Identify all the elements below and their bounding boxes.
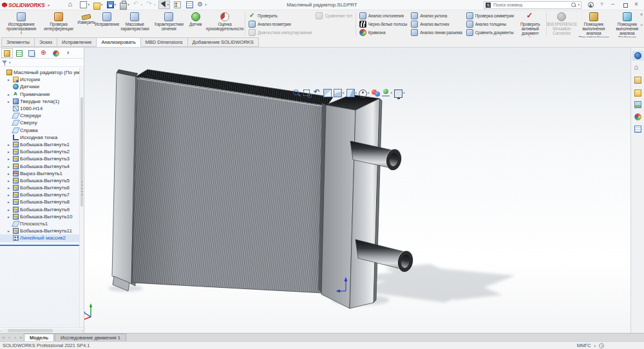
feature-tree-item[interactable]: ▸ Плоскость1 xyxy=(0,220,84,227)
ribbon-small-button[interactable]: Анализ геометрии xyxy=(249,20,312,28)
home-panel-button[interactable] xyxy=(632,63,643,73)
ribbon-small-button[interactable]: Анализ линии разъема xyxy=(411,28,462,37)
feature-tree-item[interactable]: ▸ Твердые тела(1) xyxy=(0,98,84,105)
expand-arrow-icon[interactable]: ▸ xyxy=(8,156,12,161)
feature-tree-filter[interactable]: ▾ xyxy=(0,59,84,67)
feature-tree-item[interactable]: ▸ 1060-H14 xyxy=(0,105,84,112)
feature-tree-item[interactable]: ▸ Датчики xyxy=(0,83,84,90)
ribbon-button[interactable]: Массовые характеристики ▾ xyxy=(117,11,153,37)
new-document-button[interactable]: ▾ xyxy=(78,1,91,9)
expand-arrow-icon[interactable]: ▸ xyxy=(8,164,12,169)
scroll-right-arrow-icon[interactable]: › xyxy=(82,328,83,332)
command-tab[interactable]: Добавления SOLIDWORKS xyxy=(188,37,259,47)
ribbon-small-button[interactable]: Кривизна xyxy=(359,28,407,37)
units-caret-icon[interactable]: ▾ xyxy=(594,344,596,348)
ribbon-small-button[interactable]: Проверка симметрии xyxy=(466,12,514,20)
expand-arrow-icon[interactable]: ▸ xyxy=(8,185,12,190)
search-input[interactable] xyxy=(492,2,570,8)
tab-dimxpertmanager[interactable] xyxy=(38,48,50,58)
feature-tree-item[interactable]: ▸ Бобышка-Вытянуть10 xyxy=(0,213,84,220)
search-icon[interactable] xyxy=(571,3,576,8)
help-button[interactable] xyxy=(598,1,606,9)
ribbon-button[interactable]: Датчик ▾ xyxy=(185,11,206,37)
zoom-to-fit-button[interactable]: ▾ xyxy=(292,89,301,97)
appearances-button[interactable] xyxy=(632,112,643,122)
zoom-to-area-button[interactable]: ▾ xyxy=(303,89,311,97)
tab-displaymanager[interactable] xyxy=(50,48,62,58)
logo-expand-icon[interactable]: ▸ xyxy=(48,3,50,7)
tabs-scroll-right-button[interactable]: › xyxy=(12,335,18,340)
rollback-bar[interactable] xyxy=(0,245,84,246)
ribbon-small-button[interactable]: Черно-белые полосы xyxy=(359,20,407,28)
print-button[interactable]: ▾ xyxy=(118,1,131,9)
feature-tree-item[interactable]: ▸ Справа xyxy=(0,127,84,134)
ribbon-small-button[interactable]: Анализ отклонения xyxy=(359,12,407,20)
units-selector[interactable]: ММГС xyxy=(577,343,591,348)
3dexperience-panel-button[interactable] xyxy=(632,51,643,61)
command-tab[interactable]: Анализировать xyxy=(97,37,140,47)
radiator-model[interactable] xyxy=(112,70,415,308)
feature-tree-item[interactable]: ▸ Бобышка-Вытянуть7 xyxy=(0,191,84,198)
tab-overflow[interactable] xyxy=(62,48,74,58)
expand-arrow-icon[interactable]: ▸ xyxy=(8,200,12,204)
ribbon-small-button[interactable]: Анализ уклона xyxy=(411,12,462,20)
previous-view-button[interactable]: ▾ xyxy=(313,89,321,97)
ribbon-small-button[interactable]: Анализ толщины xyxy=(466,20,514,28)
ribbon-small-button[interactable]: Анализ выточек xyxy=(411,20,462,28)
tree-horizontal-scrollbar[interactable]: ‹ › xyxy=(0,327,84,333)
ribbon-button[interactable]: Проверка интерференции ▾ xyxy=(41,11,76,37)
view-settings-button[interactable]: ▾ xyxy=(394,89,405,98)
home-button[interactable]: ▾ xyxy=(67,1,77,9)
expand-arrow-icon[interactable]: ▸ xyxy=(8,207,12,212)
tabs-scroll-start-button[interactable]: « xyxy=(1,335,6,340)
edit-appearance-button[interactable]: ▾ xyxy=(372,89,380,97)
feature-tree-item[interactable]: ▸ Примечания xyxy=(0,91,84,98)
redo-button[interactable]: ▾ xyxy=(145,1,157,9)
tree-vertical-scrollbar[interactable] xyxy=(79,68,84,327)
ribbon-button[interactable]: Оценка производительности ▾ xyxy=(206,11,244,37)
undo-button[interactable]: ▾ xyxy=(132,1,144,9)
command-tab[interactable]: Эскиз xyxy=(35,37,57,47)
ribbon-small-button[interactable]: Диагностика импортирования xyxy=(249,28,312,37)
feature-tree-item[interactable]: ▸ Линейный массив2 xyxy=(0,234,84,241)
ribbon-button[interactable]: Помощник выполнения анализа SimulationXp… xyxy=(576,11,611,37)
view-orientation-button[interactable]: ▾ xyxy=(334,89,345,97)
feature-tree-item[interactable]: ▸ Бобышка-Вытянуть4 xyxy=(0,162,84,169)
design-library-button[interactable] xyxy=(632,75,643,85)
feature-tree-item[interactable]: ▸ Бобышка-Вытянуть11 xyxy=(0,227,84,234)
feature-tree-item[interactable]: ▸ Вырез-Вытянуть1 xyxy=(0,170,84,177)
graphics-area[interactable]: ▾ ▸ Масляный радиатор (По умолчани ▸ Ист… xyxy=(0,48,644,333)
expand-arrow-icon[interactable]: ▸ xyxy=(8,77,12,82)
feature-tree-item[interactable]: ▸ Масляный радиатор (По умолчани xyxy=(0,69,84,76)
search-options-caret-icon[interactable]: ▾ xyxy=(578,3,580,6)
tab-featuremanager[interactable] xyxy=(1,48,13,58)
feature-tree-item[interactable]: ▸ Бобышка-Вытянуть8 xyxy=(0,198,84,205)
feature-tree-item[interactable]: ▸ Бобышка-Вытянуть2 xyxy=(0,148,84,155)
feature-tree-item[interactable]: ▸ Бобышка-Вытянуть1 xyxy=(0,141,84,148)
account-button[interactable] xyxy=(587,1,594,9)
ribbon-small-button[interactable]: Проверить xyxy=(249,12,312,20)
ribbon-collapse-button[interactable]: ^ xyxy=(640,23,642,28)
maximize-button[interactable] xyxy=(621,1,629,9)
ribbon-button[interactable]: 3DEXPERIENCE Simulation Connector ▾ xyxy=(547,11,576,37)
tabs-scroll-left-button[interactable]: ‹ xyxy=(6,335,12,340)
ribbon-button[interactable]: Проверить активный документ ▾ xyxy=(516,11,545,37)
feature-tree-item[interactable]: ▸ Бобышка-Вытянуть5 xyxy=(0,177,84,184)
open-button[interactable]: ▾ xyxy=(92,1,104,9)
expand-arrow-icon[interactable]: ▸ xyxy=(8,99,12,104)
minimize-button[interactable] xyxy=(610,1,618,9)
scrollbar-track[interactable] xyxy=(3,329,81,332)
expand-arrow-icon[interactable]: ▸ xyxy=(8,214,12,219)
expand-arrow-icon[interactable]: ▸ xyxy=(8,171,12,176)
display-style-button[interactable]: ▾ xyxy=(346,89,357,97)
tab-propertymanager[interactable] xyxy=(14,48,25,58)
model-tab[interactable]: Исследование движения 1 xyxy=(55,334,126,341)
view-palette-button[interactable] xyxy=(632,100,643,109)
ribbon-small-button[interactable]: Сравнение тел xyxy=(316,12,352,20)
ribbon-button[interactable]: Измерить ▾ xyxy=(76,11,97,37)
apply-scene-button[interactable]: ▾ xyxy=(382,89,393,97)
feature-tree-item[interactable]: ▸ Бобышка-Вытянуть6 xyxy=(0,184,84,191)
select-button[interactable]: ▾ xyxy=(158,1,171,9)
expand-arrow-icon[interactable]: ▸ xyxy=(8,92,12,97)
rebuild-button[interactable]: ▾ xyxy=(171,1,184,9)
